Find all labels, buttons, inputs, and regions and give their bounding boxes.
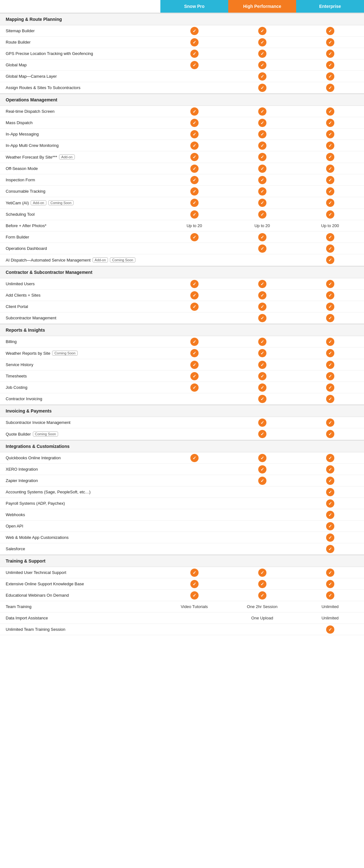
- feature-name: Quote BuilderComing Soon: [0, 430, 160, 438]
- comparison-table: Snow Pro High Performance Enterprise Map…: [0, 0, 364, 635]
- feature-label: GPS Precise Location Tracking with Geofe…: [6, 51, 93, 56]
- feature-label: Add Clients + Sites: [6, 293, 40, 298]
- feature-label: AI Dispatch—Automated Service Management: [6, 258, 91, 262]
- feature-label: Quickbooks Online Integration: [6, 456, 61, 460]
- check-icon: [258, 84, 266, 92]
- check-icon: [326, 50, 334, 58]
- feature-row: AI Dispatch—Automated Service Management…: [0, 254, 364, 266]
- feature-row: Form Builder: [0, 231, 364, 243]
- feature-name: Unlimited User Technical Support: [0, 568, 160, 577]
- feature-label: Contractor Invoicing: [6, 396, 42, 401]
- check-icon: [326, 303, 334, 311]
- feature-label: Weather Forecast By Site***: [6, 155, 57, 159]
- feature-label: Open API: [6, 524, 23, 528]
- feature-label: Unlimited Team Training Session: [6, 627, 65, 632]
- add-on-badge: Add-on: [31, 200, 46, 205]
- feature-name: Operations Dashboard: [0, 244, 160, 253]
- feature-label: Team Training: [6, 604, 32, 609]
- feature-label: Extensive Online Support Knowledge Base: [6, 582, 84, 586]
- check-icon: [258, 303, 266, 311]
- check-icon: [326, 499, 334, 507]
- section-header: Reports & Insights: [0, 324, 364, 336]
- snow-pro-tab[interactable]: Snow Pro: [160, 0, 228, 12]
- feature-row: Weather Reports by SiteComing Soon: [0, 347, 364, 359]
- check-icon: [258, 291, 266, 300]
- check-icon: [326, 245, 334, 253]
- check-icon: [326, 210, 334, 219]
- feature-name: Subcontractor Invoice Management: [0, 418, 160, 427]
- check-icon: [326, 291, 334, 300]
- feature-row: Accounting Systems (Sage, PeopleSoft, et…: [0, 487, 364, 498]
- feature-label: Weather Reports by Site: [6, 351, 50, 356]
- feature-row: Operations Dashboard: [0, 243, 364, 254]
- check-icon: [326, 27, 334, 35]
- feature-label: Mass Dispatch: [6, 120, 33, 125]
- feature-label: Inspection Form: [6, 178, 35, 182]
- feature-row: Global Map—Camera Layer: [0, 71, 364, 82]
- check-icon: [326, 338, 334, 346]
- feature-label: Subcontractor Management: [6, 315, 56, 320]
- feature-name: Job Costing: [0, 383, 160, 392]
- check-icon: [190, 153, 199, 161]
- section-header: Contractor & Subcontractor Management: [0, 266, 364, 278]
- check-icon: [258, 349, 266, 357]
- check-icon: [326, 522, 334, 530]
- check-icon: [326, 511, 334, 519]
- feature-row: Zapier Integration: [0, 475, 364, 487]
- high-performance-tab[interactable]: High Performance: [228, 0, 296, 12]
- check-icon: [258, 477, 266, 485]
- cell-value: Up to 20: [255, 223, 270, 228]
- feature-row: Billing: [0, 336, 364, 347]
- feature-name: Webhooks: [0, 510, 160, 519]
- enterprise-tab[interactable]: Enterprise: [296, 0, 364, 12]
- feature-label: Global Map—Camera Layer: [6, 74, 57, 79]
- check-icon: [258, 50, 266, 58]
- feature-row: Data Import AssistanceOne UploadUnlimite…: [0, 613, 364, 624]
- feature-name: Salesforce: [0, 545, 160, 553]
- check-icon: [326, 130, 334, 138]
- feature-name: Payroll Systems (ADP, Paychex): [0, 499, 160, 507]
- check-icon: [258, 233, 266, 241]
- check-icon: [190, 61, 199, 69]
- feature-name: In-App Multi Crew Monitoring: [0, 141, 160, 150]
- feature-label: Before + After Photos*: [6, 223, 46, 228]
- check-icon: [326, 580, 334, 588]
- check-icon: [258, 199, 266, 207]
- feature-name: Subcontractor Management: [0, 314, 160, 322]
- check-icon: [258, 280, 266, 288]
- feature-row: Web & Mobile App Customizations: [0, 532, 364, 543]
- check-icon: [190, 233, 199, 241]
- check-icon: [326, 84, 334, 92]
- feature-name: YetiCam (AI)Add-onComing Soon: [0, 198, 160, 207]
- feature-row: Unlimited User Technical Support: [0, 567, 364, 578]
- check-icon: [190, 130, 199, 138]
- check-icon: [190, 591, 199, 599]
- feature-row: Educational Webinars On Demand: [0, 590, 364, 601]
- check-icon: [326, 199, 334, 207]
- feature-label: Global Map: [6, 63, 27, 67]
- check-icon: [190, 383, 199, 392]
- check-icon: [190, 454, 199, 462]
- feature-label: Educational Webinars On Demand: [6, 593, 69, 598]
- check-icon: [258, 395, 266, 403]
- check-icon: [258, 164, 266, 173]
- check-icon: [258, 580, 266, 588]
- check-icon: [190, 291, 199, 300]
- check-icon: [190, 349, 199, 357]
- feature-label: Data Import Assistance: [6, 616, 48, 620]
- coming-soon-badge: Coming Soon: [48, 200, 74, 205]
- feature-row: Global Map: [0, 59, 364, 71]
- check-icon: [190, 372, 199, 380]
- coming-soon-badge: Coming Soon: [33, 432, 58, 436]
- cell-value: Up to 200: [321, 223, 339, 228]
- feature-row: YetiCam (AI)Add-onComing Soon: [0, 197, 364, 209]
- check-icon: [326, 568, 334, 577]
- feature-label: Salesforce: [6, 547, 25, 551]
- feature-name: Weather Forecast By Site***Add-on: [0, 153, 160, 161]
- check-icon: [190, 210, 199, 219]
- feature-row: Subcontractor Invoice Management: [0, 417, 364, 428]
- check-icon: [190, 187, 199, 195]
- feature-name: Quickbooks Online Integration: [0, 454, 160, 462]
- feature-row: Subcontractor Management: [0, 312, 364, 324]
- feature-label: Real-time Dispatch Screen: [6, 109, 55, 114]
